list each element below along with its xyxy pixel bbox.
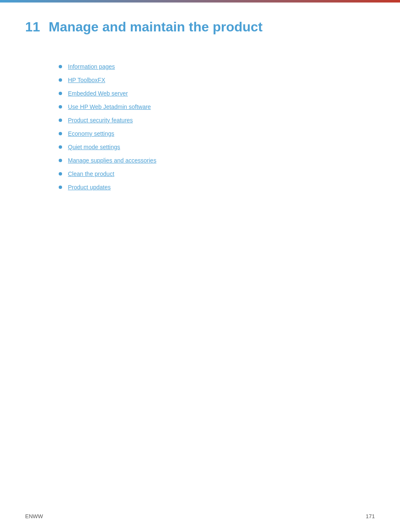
bullet-icon [59, 119, 62, 122]
chapter-title: Manage and maintain the product [49, 19, 262, 35]
toc-link-clean-the-product[interactable]: Clean the product [68, 170, 114, 177]
list-item: Use HP Web Jetadmin software [59, 103, 375, 110]
bullet-icon [59, 105, 62, 108]
chapter-number: 11 [25, 19, 42, 35]
list-item: Manage supplies and accessories [59, 157, 375, 164]
toc-link-use-hp-web-jetadmin[interactable]: Use HP Web Jetadmin software [68, 103, 151, 110]
toc-link-product-security-features[interactable]: Product security features [68, 117, 133, 124]
footer-left: ENWW [25, 513, 43, 519]
bullet-icon [59, 132, 62, 135]
bullet-icon [59, 92, 62, 95]
list-item: Product updates [59, 184, 375, 191]
toc-list: Information pagesHP ToolboxFXEmbedded We… [59, 63, 375, 191]
bullet-icon [59, 65, 62, 68]
bullet-icon [59, 78, 62, 82]
list-item: Economy settings [59, 130, 375, 137]
list-item: Clean the product [59, 170, 375, 177]
toc-link-quiet-mode-settings[interactable]: Quiet mode settings [68, 144, 120, 150]
bullet-icon [59, 172, 62, 176]
bullet-icon [59, 186, 62, 189]
list-item: HP ToolboxFX [59, 77, 375, 83]
list-item: Quiet mode settings [59, 144, 375, 150]
bullet-icon [59, 145, 62, 149]
toc-link-economy-settings[interactable]: Economy settings [68, 130, 114, 137]
toc-link-embedded-web-server[interactable]: Embedded Web server [68, 90, 128, 97]
list-item: Information pages [59, 63, 375, 70]
toc-link-manage-supplies[interactable]: Manage supplies and accessories [68, 157, 156, 164]
toc-link-information-pages[interactable]: Information pages [68, 63, 115, 70]
footer: ENWW 171 [0, 513, 400, 519]
top-border [0, 0, 400, 3]
chapter-header: 11 Manage and maintain the product [25, 19, 375, 38]
list-item: Product security features [59, 117, 375, 124]
footer-right: 171 [366, 513, 375, 519]
list-item: Embedded Web server [59, 90, 375, 97]
toc-link-hp-toolboxfx[interactable]: HP ToolboxFX [68, 77, 105, 83]
toc-link-product-updates[interactable]: Product updates [68, 184, 111, 191]
bullet-icon [59, 159, 62, 162]
